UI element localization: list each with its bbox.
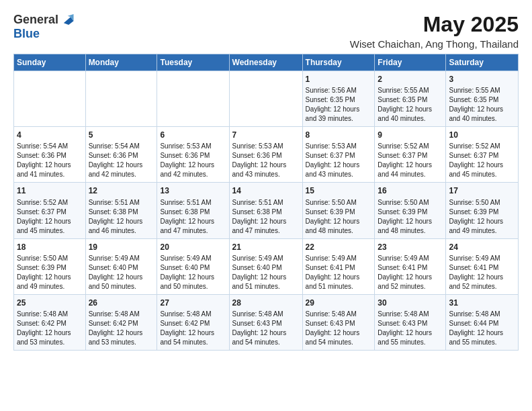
day-number: 3 [449, 74, 515, 85]
calendar-cell: 15Sunrise: 5:50 AM Sunset: 6:39 PM Dayli… [302, 183, 375, 238]
calendar-cell [14, 71, 86, 127]
weekday-header-friday: Friday [375, 54, 446, 71]
day-number: 6 [160, 130, 226, 140]
day-number: 30 [378, 298, 443, 308]
weekday-header-tuesday: Tuesday [157, 54, 229, 71]
logo-blue: Blue [13, 27, 40, 41]
day-info: Sunrise: 5:48 AM Sunset: 6:43 PM Dayligh… [232, 310, 300, 347]
calendar-cell: 18Sunrise: 5:50 AM Sunset: 6:39 PM Dayli… [14, 238, 86, 294]
calendar-cell: 3Sunrise: 5:55 AM Sunset: 6:35 PM Daylig… [446, 71, 519, 127]
day-number: 11 [17, 185, 83, 196]
calendar-cell [157, 71, 229, 127]
calendar-cell: 30Sunrise: 5:48 AM Sunset: 6:43 PM Dayli… [375, 294, 446, 350]
day-number: 1 [306, 74, 372, 85]
day-number: 26 [89, 298, 154, 308]
day-info: Sunrise: 5:48 AM Sunset: 6:42 PM Dayligh… [160, 310, 226, 347]
calendar-cell: 11Sunrise: 5:52 AM Sunset: 6:37 PM Dayli… [14, 183, 86, 238]
calendar-cell: 25Sunrise: 5:48 AM Sunset: 6:42 PM Dayli… [14, 294, 86, 350]
weekday-header-wednesday: Wednesday [229, 54, 302, 71]
day-info: Sunrise: 5:48 AM Sunset: 6:42 PM Dayligh… [89, 310, 154, 347]
calendar-cell: 20Sunrise: 5:49 AM Sunset: 6:40 PM Dayli… [157, 238, 229, 294]
day-info: Sunrise: 5:50 AM Sunset: 6:39 PM Dayligh… [17, 254, 83, 291]
title-block: May 2025 Wiset Chaichan, Ang Thong, Thai… [350, 12, 519, 50]
calendar-cell: 5Sunrise: 5:54 AM Sunset: 6:36 PM Daylig… [85, 127, 157, 183]
calendar-cell: 2Sunrise: 5:55 AM Sunset: 6:35 PM Daylig… [375, 71, 446, 127]
calendar-cell: 16Sunrise: 5:50 AM Sunset: 6:39 PM Dayli… [375, 183, 446, 238]
day-info: Sunrise: 5:53 AM Sunset: 6:36 PM Dayligh… [232, 142, 300, 179]
day-number: 7 [232, 130, 300, 140]
day-info: Sunrise: 5:53 AM Sunset: 6:37 PM Dayligh… [306, 142, 372, 179]
day-info: Sunrise: 5:49 AM Sunset: 6:41 PM Dayligh… [378, 254, 443, 291]
logo-icon [60, 12, 75, 27]
day-info: Sunrise: 5:50 AM Sunset: 6:39 PM Dayligh… [378, 198, 443, 236]
day-info: Sunrise: 5:53 AM Sunset: 6:36 PM Dayligh… [160, 142, 226, 179]
day-number: 8 [306, 130, 372, 140]
day-number: 12 [89, 185, 154, 196]
page: General Blue May 2025 Wiset Chaichan, An… [0, 0, 532, 411]
day-info: Sunrise: 5:51 AM Sunset: 6:38 PM Dayligh… [89, 198, 154, 236]
day-number: 19 [89, 242, 154, 253]
calendar-cell: 4Sunrise: 5:54 AM Sunset: 6:36 PM Daylig… [14, 127, 86, 183]
calendar-cell: 29Sunrise: 5:48 AM Sunset: 6:43 PM Dayli… [302, 294, 375, 350]
calendar-cell [229, 71, 302, 127]
calendar-cell: 31Sunrise: 5:48 AM Sunset: 6:44 PM Dayli… [446, 294, 519, 350]
day-info: Sunrise: 5:51 AM Sunset: 6:38 PM Dayligh… [232, 198, 300, 236]
day-info: Sunrise: 5:48 AM Sunset: 6:43 PM Dayligh… [306, 310, 372, 347]
weekday-header-saturday: Saturday [446, 54, 519, 71]
day-info: Sunrise: 5:54 AM Sunset: 6:36 PM Dayligh… [17, 142, 83, 179]
day-number: 28 [232, 298, 300, 308]
calendar-cell: 26Sunrise: 5:48 AM Sunset: 6:42 PM Dayli… [85, 294, 157, 350]
day-number: 23 [378, 242, 443, 253]
calendar-cell: 12Sunrise: 5:51 AM Sunset: 6:38 PM Dayli… [85, 183, 157, 238]
day-number: 24 [449, 242, 515, 253]
day-number: 27 [160, 298, 226, 308]
calendar-cell: 1Sunrise: 5:56 AM Sunset: 6:35 PM Daylig… [302, 71, 375, 127]
day-info: Sunrise: 5:49 AM Sunset: 6:40 PM Dayligh… [160, 254, 226, 291]
header: General Blue May 2025 Wiset Chaichan, An… [13, 12, 519, 50]
main-title: May 2025 [350, 12, 519, 37]
day-number: 14 [232, 185, 300, 196]
calendar-cell: 8Sunrise: 5:53 AM Sunset: 6:37 PM Daylig… [302, 127, 375, 183]
day-number: 21 [232, 242, 300, 253]
day-info: Sunrise: 5:55 AM Sunset: 6:35 PM Dayligh… [449, 86, 515, 124]
calendar-cell: 14Sunrise: 5:51 AM Sunset: 6:38 PM Dayli… [229, 183, 302, 238]
calendar-body: 1Sunrise: 5:56 AM Sunset: 6:35 PM Daylig… [14, 71, 519, 351]
day-number: 13 [160, 185, 226, 196]
day-number: 16 [378, 185, 443, 196]
day-number: 18 [17, 242, 83, 253]
day-info: Sunrise: 5:49 AM Sunset: 6:40 PM Dayligh… [232, 254, 300, 291]
day-info: Sunrise: 5:48 AM Sunset: 6:43 PM Dayligh… [378, 310, 443, 347]
day-number: 4 [17, 130, 83, 140]
day-info: Sunrise: 5:48 AM Sunset: 6:42 PM Dayligh… [17, 310, 83, 347]
weekday-header-monday: Monday [85, 54, 157, 71]
calendar-header: SundayMondayTuesdayWednesdayThursdayFrid… [14, 54, 519, 71]
calendar-cell: 13Sunrise: 5:51 AM Sunset: 6:38 PM Dayli… [157, 183, 229, 238]
calendar-cell: 23Sunrise: 5:49 AM Sunset: 6:41 PM Dayli… [375, 238, 446, 294]
weekday-header-sunday: Sunday [14, 54, 86, 71]
calendar-cell: 10Sunrise: 5:52 AM Sunset: 6:37 PM Dayli… [446, 127, 519, 183]
day-number: 29 [306, 298, 372, 308]
calendar-cell: 28Sunrise: 5:48 AM Sunset: 6:43 PM Dayli… [229, 294, 302, 350]
calendar-cell: 19Sunrise: 5:49 AM Sunset: 6:40 PM Dayli… [85, 238, 157, 294]
calendar-cell: 21Sunrise: 5:49 AM Sunset: 6:40 PM Dayli… [229, 238, 302, 294]
day-info: Sunrise: 5:52 AM Sunset: 6:37 PM Dayligh… [378, 142, 443, 179]
day-info: Sunrise: 5:49 AM Sunset: 6:41 PM Dayligh… [449, 254, 515, 291]
logo-general: General [13, 13, 58, 27]
day-info: Sunrise: 5:51 AM Sunset: 6:38 PM Dayligh… [160, 198, 226, 236]
day-info: Sunrise: 5:54 AM Sunset: 6:36 PM Dayligh… [89, 142, 154, 179]
calendar-cell: 6Sunrise: 5:53 AM Sunset: 6:36 PM Daylig… [157, 127, 229, 183]
day-info: Sunrise: 5:49 AM Sunset: 6:41 PM Dayligh… [306, 254, 372, 291]
calendar-table: SundayMondayTuesdayWednesdayThursdayFrid… [13, 54, 519, 351]
day-number: 20 [160, 242, 226, 253]
day-info: Sunrise: 5:50 AM Sunset: 6:39 PM Dayligh… [449, 198, 515, 236]
weekday-header-thursday: Thursday [302, 54, 375, 71]
calendar-cell: 27Sunrise: 5:48 AM Sunset: 6:42 PM Dayli… [157, 294, 229, 350]
calendar-cell: 7Sunrise: 5:53 AM Sunset: 6:36 PM Daylig… [229, 127, 302, 183]
week-row-2: 4Sunrise: 5:54 AM Sunset: 6:36 PM Daylig… [14, 127, 519, 183]
day-number: 5 [89, 130, 154, 140]
day-number: 9 [378, 130, 443, 140]
day-number: 2 [378, 74, 443, 85]
day-number: 10 [449, 130, 515, 140]
logo: General Blue [13, 12, 75, 41]
week-row-1: 1Sunrise: 5:56 AM Sunset: 6:35 PM Daylig… [14, 71, 519, 127]
